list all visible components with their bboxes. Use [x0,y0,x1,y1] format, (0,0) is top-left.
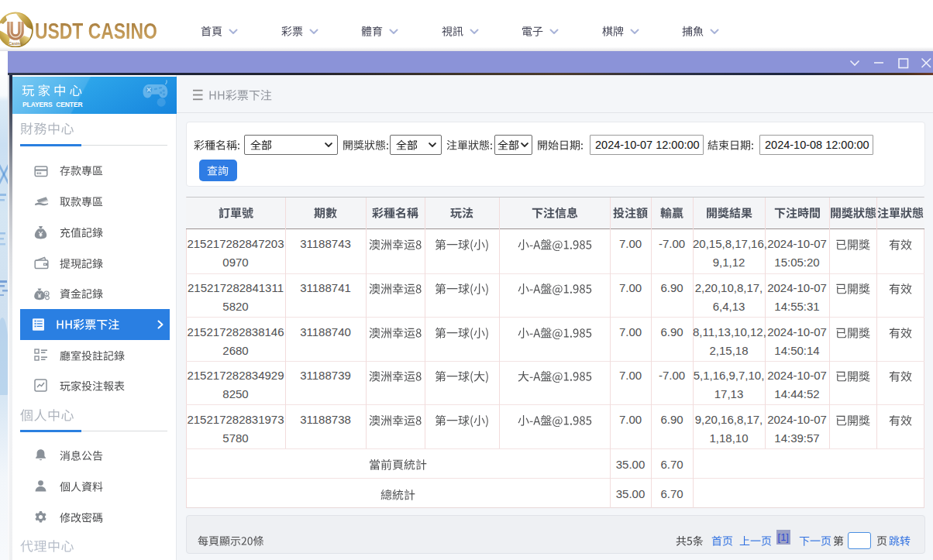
svg-text:Casino: Casino [9,41,22,46]
